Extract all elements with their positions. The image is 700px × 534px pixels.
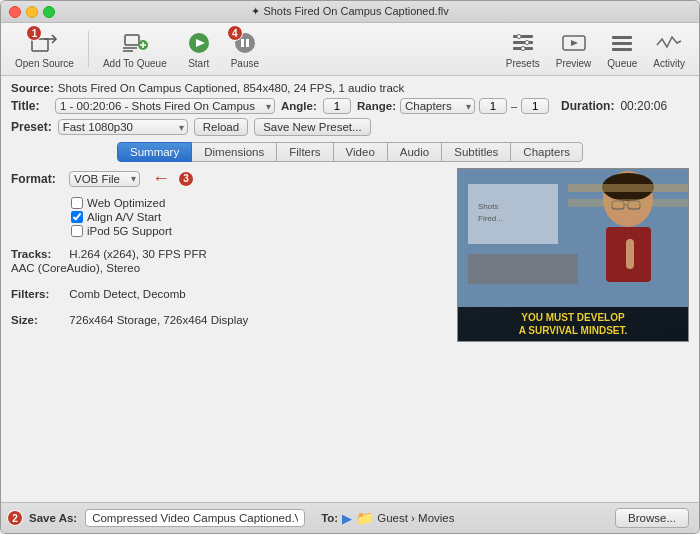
ipod-row[interactable]: iPod 5G Support bbox=[71, 225, 447, 237]
title-select-wrap[interactable]: 1 - 00:20:06 - Shots Fired On Campus Cap… bbox=[55, 98, 275, 114]
title-select[interactable]: 1 - 00:20:06 - Shots Fired On Campus Cap… bbox=[55, 98, 275, 114]
range-dash: – bbox=[511, 100, 517, 112]
add-queue-icon bbox=[121, 29, 149, 57]
bottom-bar: 2 Save As: To: ▶ 📁 Guest › Movies Browse… bbox=[1, 502, 699, 533]
tab-audio[interactable]: Audio bbox=[387, 142, 442, 162]
source-row: Source: Shots Fired On Campus Captioned,… bbox=[11, 82, 689, 94]
open-source-button[interactable]: 1 Open Source bbox=[9, 27, 80, 71]
web-optimized-label: Web Optimized bbox=[87, 197, 165, 209]
duration-label: Duration: bbox=[561, 99, 614, 113]
format-select-wrap[interactable]: VOB File bbox=[69, 171, 140, 187]
close-button[interactable] bbox=[9, 6, 21, 18]
svg-point-17 bbox=[517, 35, 521, 39]
save-new-preset-button[interactable]: Save New Preset... bbox=[254, 118, 370, 136]
tab-filters[interactable]: Filters bbox=[276, 142, 333, 162]
svg-point-19 bbox=[521, 47, 525, 51]
toolbar-sep-1 bbox=[88, 31, 89, 67]
angle-value: 1 bbox=[323, 98, 351, 114]
scene-svg: Shots Fired... bbox=[458, 169, 689, 307]
presets-button[interactable]: Presets bbox=[500, 27, 546, 71]
svg-rect-12 bbox=[241, 39, 244, 47]
tab-dimensions[interactable]: Dimensions bbox=[191, 142, 277, 162]
duration-value: 00:20:06 bbox=[620, 99, 667, 113]
align-av-checkbox[interactable] bbox=[71, 211, 83, 223]
preset-select[interactable]: Fast 1080p30 bbox=[58, 119, 188, 135]
subtitle-bar: YOU MUST DEVELOP A SURVIVAL MINDSET. bbox=[458, 307, 688, 341]
add-to-queue-button[interactable]: Add To Queue bbox=[97, 27, 173, 71]
folder-icon: ▶ bbox=[342, 511, 352, 526]
pause-label: Pause bbox=[231, 58, 259, 69]
window-title: ✦ Shots Fired On Campus Captioned.flv bbox=[251, 5, 448, 18]
to-section: To: ▶ 📁 Guest › Movies bbox=[321, 510, 454, 526]
checkboxes-section: Web Optimized Align A/V Start iPod 5G Su… bbox=[71, 197, 447, 237]
reload-button[interactable]: Reload bbox=[194, 118, 248, 136]
size-value: 726x464 Storage, 726x464 Display bbox=[69, 314, 248, 326]
traffic-lights bbox=[9, 6, 55, 18]
title-label: Title: bbox=[11, 99, 49, 113]
format-label: Format: bbox=[11, 172, 61, 186]
to-label: To: bbox=[321, 512, 338, 524]
browse-button[interactable]: Browse... bbox=[615, 508, 689, 528]
svg-rect-13 bbox=[246, 39, 249, 47]
web-optimized-checkbox[interactable] bbox=[71, 197, 83, 209]
format-badge-3: 3 bbox=[178, 171, 194, 187]
format-select[interactable]: VOB File bbox=[69, 171, 140, 187]
queue-label: Queue bbox=[607, 58, 637, 69]
preset-select-wrap[interactable]: Fast 1080p30 bbox=[58, 119, 188, 135]
activity-button[interactable]: Activity bbox=[647, 27, 691, 71]
range-type-wrap[interactable]: Chapters bbox=[400, 98, 475, 114]
align-av-row[interactable]: Align A/V Start bbox=[71, 211, 447, 223]
toolbar-badge-4: 4 bbox=[227, 25, 243, 41]
activity-label: Activity bbox=[653, 58, 685, 69]
svg-text:Shots: Shots bbox=[478, 202, 498, 211]
range-from: 1 bbox=[479, 98, 507, 114]
summary-left-panel: Format: VOB File ← 3 Web Optimized bbox=[11, 168, 447, 496]
titlebar: ✦ Shots Fired On Campus Captioned.flv bbox=[1, 1, 699, 23]
bottom-badge-2: 2 bbox=[7, 510, 23, 526]
svg-rect-14 bbox=[513, 35, 533, 38]
svg-rect-38 bbox=[568, 199, 688, 207]
open-source-badge-wrap: 1 bbox=[30, 29, 58, 57]
activity-icon bbox=[655, 29, 683, 57]
tab-summary[interactable]: Summary bbox=[117, 142, 192, 162]
save-as-input[interactable] bbox=[85, 509, 305, 527]
tab-subtitles[interactable]: Subtitles bbox=[441, 142, 511, 162]
presets-icon bbox=[509, 29, 537, 57]
tracks-label: Tracks: bbox=[11, 248, 66, 260]
svg-rect-36 bbox=[626, 239, 634, 269]
subtitle-line2: A SURVIVAL MINDSET. bbox=[464, 324, 682, 337]
web-optimized-row[interactable]: Web Optimized bbox=[71, 197, 447, 209]
maximize-button[interactable] bbox=[43, 6, 55, 18]
svg-rect-23 bbox=[612, 42, 632, 45]
svg-marker-21 bbox=[571, 40, 578, 46]
size-section: Size: 726x464 Storage, 726x464 Display bbox=[11, 313, 447, 327]
minimize-button[interactable] bbox=[26, 6, 38, 18]
toolbar-right: Presets Preview bbox=[500, 27, 691, 71]
tab-video[interactable]: Video bbox=[333, 142, 388, 162]
svg-rect-22 bbox=[612, 36, 632, 39]
preview-button[interactable]: Preview bbox=[550, 27, 598, 71]
tracks-section: Tracks: H.264 (x264), 30 FPS PFRAAC (Cor… bbox=[11, 247, 447, 275]
ipod-checkbox[interactable] bbox=[71, 225, 83, 237]
tab-chapters[interactable]: Chapters bbox=[510, 142, 583, 162]
subtitle-line1: YOU MUST DEVELOP bbox=[464, 311, 682, 324]
pause-button[interactable]: 4 Pause bbox=[225, 27, 265, 71]
ipod-label: iPod 5G Support bbox=[87, 225, 172, 237]
range-type-select[interactable]: Chapters bbox=[400, 98, 475, 114]
queue-button[interactable]: Queue bbox=[601, 27, 643, 71]
start-button[interactable]: Start bbox=[179, 27, 219, 71]
svg-rect-37 bbox=[568, 184, 688, 192]
svg-rect-15 bbox=[513, 41, 533, 44]
pause-badge-wrap: 4 bbox=[231, 29, 259, 57]
svg-text:Fired...: Fired... bbox=[478, 214, 503, 223]
main-content: Source: Shots Fired On Campus Captioned,… bbox=[1, 76, 699, 496]
range-label: Range: bbox=[357, 100, 396, 112]
source-value: Shots Fired On Campus Captioned, 854x480… bbox=[58, 82, 404, 94]
video-preview: Shots Fired... bbox=[457, 168, 689, 342]
tab-content: Format: VOB File ← 3 Web Optimized bbox=[11, 168, 689, 496]
range-wrap: Range: Chapters 1 – 1 bbox=[357, 98, 549, 114]
folder-blue-icon: 📁 bbox=[356, 510, 373, 526]
preset-row: Preset: Fast 1080p30 Reload Save New Pre… bbox=[11, 118, 689, 136]
filters-value: Comb Detect, Decomb bbox=[69, 288, 185, 300]
size-label: Size: bbox=[11, 314, 66, 326]
